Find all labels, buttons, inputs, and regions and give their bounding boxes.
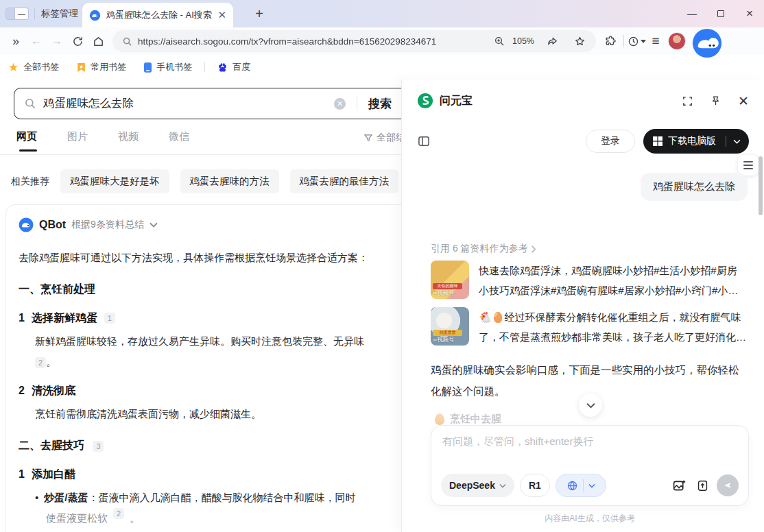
tab-web[interactable]: 网页 — [16, 130, 37, 152]
chevron-down-icon — [586, 402, 595, 409]
new-tab-button[interactable]: + — [250, 4, 269, 23]
yuanbao-panel: 问元宝 ✕ 登录 下载电脑版 鸡蛋腥味怎么去除 — [401, 80, 764, 532]
home-icon[interactable] — [88, 31, 108, 51]
reference-text: 快速去除鸡蛋浮沫，鸡蛋碗腥味小妙招#生活小妙招#厨房小技巧鸡蛋浮沫#鸡蛋碗有腥味… — [479, 261, 746, 300]
chevron-down-icon[interactable] — [733, 139, 741, 144]
qbot-icon — [19, 217, 34, 232]
citation-badge[interactable]: 2 — [35, 357, 46, 368]
divider — [357, 97, 357, 110]
reference-card[interactable]: 鸡蛋发发 ∞视频号 🐔🥚经过环保酵素分解转化催化重组之后，就没有腥气味了，不管是… — [431, 307, 746, 347]
bookmark-mobile[interactable]: 手机书签 — [144, 61, 192, 73]
side-tab-toggle-icon[interactable]: — — [5, 8, 29, 20]
minimize-button[interactable]: — — [678, 0, 706, 27]
yuanbao-header: 问元宝 ✕ — [402, 80, 764, 122]
star-icon: ★ — [8, 60, 19, 75]
maximize-button[interactable] — [706, 0, 735, 27]
model-label: DeepSeek — [449, 480, 495, 491]
bookmark-label: 常用书签 — [91, 61, 126, 73]
bookmark-baidu[interactable]: 百度 — [217, 61, 250, 73]
bookmark-label: 手机书签 — [156, 61, 192, 73]
chevron-down-icon[interactable] — [150, 222, 158, 228]
send-button[interactable] — [717, 474, 739, 496]
related-chip[interactable]: 鸡蛋去腥的最佳方法 — [290, 169, 399, 193]
chat-menu-button[interactable] — [738, 155, 759, 176]
fullscreen-icon[interactable] — [682, 95, 693, 107]
scrollbar-thumb[interactable] — [759, 156, 763, 215]
address-bar[interactable]: https://aisearch.sogou.com/tx?vfrom=aise… — [112, 30, 596, 52]
scroll-down-button[interactable] — [579, 394, 602, 417]
bookmark-star-icon[interactable] — [570, 32, 589, 51]
download-desktop-button[interactable]: 下载电脑版 — [643, 129, 749, 154]
login-button[interactable]: 登录 — [586, 130, 635, 153]
browser-toolbar: » ← → https://aisearch.sogou.com/tx?vfro… — [0, 27, 764, 55]
bullet-bold: 炒蛋/蒸蛋 — [44, 492, 88, 503]
tab-close-icon[interactable]: ✕ — [217, 9, 226, 21]
tab-images[interactable]: 图片 — [67, 130, 88, 152]
add-image-icon[interactable] — [670, 476, 688, 494]
close-button[interactable]: × — [735, 0, 764, 27]
web-search-toggle[interactable] — [556, 474, 606, 497]
share-icon[interactable] — [542, 32, 562, 51]
yuanbao-logo — [417, 93, 433, 109]
reference-thumbnail: 鸡蛋发发 ∞视频号 — [431, 307, 469, 346]
thumb-banner: 去你的腥味 — [433, 283, 462, 289]
bookmark-frequent[interactable]: 常用书签 — [77, 61, 126, 73]
reference-card[interactable]: 去你的腥味 ∞视频号 快速去除鸡蛋浮沫，鸡蛋碗腥味小妙招#生活小妙招#厨房小技巧… — [431, 261, 746, 300]
zoom-level: 105% — [512, 36, 534, 46]
sidebar-toggle-icon[interactable] — [417, 134, 431, 148]
item-title: 添加白醋 — [32, 464, 75, 485]
bookmarks-bar: ★ 全部书签 常用书签 手机书签 百度 — [0, 55, 764, 80]
clear-icon[interactable]: ✕ — [334, 98, 346, 110]
related-searches: 相关推荐 鸡蛋腥味大是好是坏 鸡蛋去腥味的方法 鸡蛋去腥的最佳方法 — [11, 169, 425, 193]
citation-link[interactable]: 引用 6 篇资料作为参考 — [431, 243, 536, 255]
reference-thumbnail: 去你的腥味 ∞视频号 — [431, 261, 469, 299]
sogou-browser-logo[interactable] — [691, 27, 723, 59]
model-variant-toggle[interactable]: R1 — [520, 474, 550, 497]
bookmark-all[interactable]: ★ 全部书签 — [8, 60, 59, 75]
back-icon[interactable]: ← — [26, 31, 47, 51]
model-selector[interactable]: DeepSeek — [441, 474, 514, 497]
chevron-down-icon — [499, 483, 506, 488]
related-chip[interactable]: 鸡蛋去腥味的方法 — [180, 169, 279, 193]
heading-text: 烹饪中去腥 — [450, 413, 501, 426]
forward-icon[interactable]: → — [47, 31, 67, 51]
extensions-puzzle-icon[interactable] — [601, 32, 621, 51]
refresh-icon[interactable] — [67, 31, 88, 51]
item-number: 2 — [19, 380, 25, 401]
history-clock-icon[interactable] — [627, 32, 646, 51]
ai-disclaimer: 内容由AI生成，仅供参考 — [431, 513, 749, 524]
chat-input-card: DeepSeek R1 — [431, 425, 749, 506]
tab-manager-button[interactable]: 标签管理 — [41, 0, 87, 27]
upload-file-icon[interactable] — [693, 476, 711, 494]
profile-avatar[interactable] — [668, 32, 686, 50]
tab-wechat[interactable]: 微信 — [169, 130, 189, 152]
bookmark-label: 全部书签 — [23, 61, 59, 73]
extensions-overflow-icon[interactable]: » — [5, 31, 26, 51]
user-message-bubble: 鸡蛋腥味怎么去除 — [641, 173, 748, 201]
qbot-note: 根据9条资料总结 — [71, 219, 144, 231]
close-panel-icon[interactable]: ✕ — [738, 93, 749, 109]
active-tab[interactable]: 鸡蛋腥味怎么去除 - AI搜索 ✕ — [82, 3, 233, 27]
menu-hamburger-icon[interactable]: ≡ — [646, 32, 665, 51]
download-label: 下载电脑版 — [668, 135, 716, 147]
item-number: 1 — [19, 464, 25, 485]
yuanbao-subheader: 登录 下载电脑版 — [402, 122, 764, 160]
tab-video[interactable]: 视频 — [118, 130, 139, 152]
reference-text: 🐔🥚经过环保酵素分解转化催化重组之后，就没有腥气味了，不管是蒸煮煎炒都非常美味，… — [479, 307, 746, 347]
divider — [34, 8, 35, 19]
citation-badge[interactable]: 1 — [104, 313, 115, 324]
url-text: https://aisearch.sogou.com/tx?vfrom=aise… — [138, 36, 490, 47]
citation-badge[interactable]: 2 — [113, 508, 124, 519]
pin-icon[interactable] — [710, 95, 721, 107]
zoom-lens-icon[interactable] — [490, 32, 509, 51]
chat-input[interactable] — [442, 435, 737, 447]
search-button[interactable]: 搜索 — [368, 96, 392, 112]
text: 。 — [130, 508, 140, 529]
tab-title: 鸡蛋腥味怎么去除 - AI搜索 — [106, 9, 212, 21]
window-controls: — × — [678, 0, 764, 27]
phone-icon — [144, 62, 152, 73]
citation-badge[interactable]: 3 — [93, 441, 104, 452]
related-chip[interactable]: 鸡蛋腥味大是好是坏 — [60, 169, 169, 193]
page-content: ✕ 搜索 网页 图片 视频 微信 全部结果 相关推荐 鸡蛋腥味大是好是坏 鸡蛋去… — [0, 80, 764, 532]
search-input[interactable] — [43, 97, 327, 110]
